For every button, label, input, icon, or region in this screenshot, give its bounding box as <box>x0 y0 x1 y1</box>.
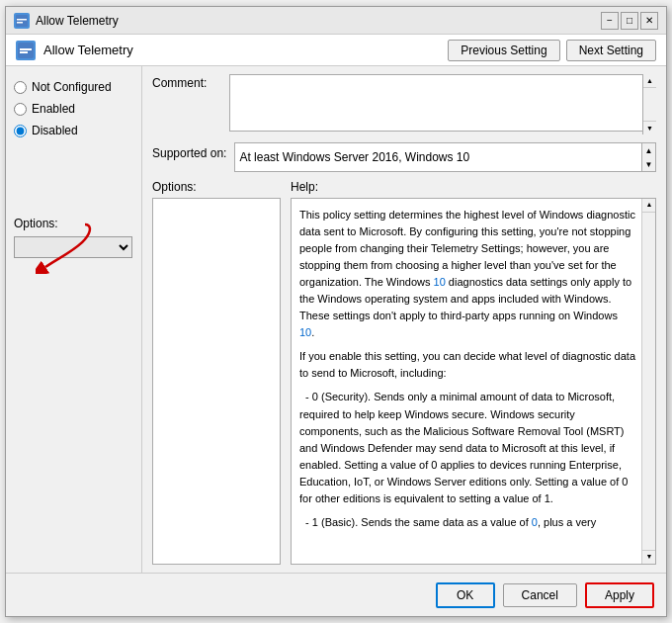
supported-on-text: At least Windows Server 2016, Windows 10 <box>239 150 469 164</box>
left-column: Not Configured Enabled Disabled <box>6 66 142 573</box>
options-box <box>152 198 281 565</box>
help-link-1: 10 <box>434 276 446 288</box>
disabled-radio[interactable] <box>14 125 27 137</box>
supported-on-value: At least Windows Server 2016, Windows 10… <box>234 142 656 172</box>
cancel-button[interactable]: Cancel <box>503 583 577 607</box>
title-bar: Allow Telemetry − □ ✕ <box>6 7 666 35</box>
not-configured-radio-label[interactable]: Not Configured <box>14 80 133 94</box>
comment-row: Comment: ▲ ▼ <box>152 74 656 134</box>
options-section: Options: <box>14 217 133 258</box>
comment-textarea[interactable] <box>229 74 656 132</box>
help-para-4: - 1 (Basic). Sends the same data as a va… <box>299 514 635 531</box>
enabled-radio[interactable] <box>14 103 27 116</box>
supported-scroll-up[interactable]: ▲ <box>642 143 655 157</box>
header-bar: Allow Telemetry Previous Setting Next Se… <box>6 35 666 66</box>
comment-scrollbar: ▲ ▼ <box>642 74 656 134</box>
help-scroll-up[interactable]: ▲ <box>642 199 656 213</box>
main-window: Allow Telemetry − □ ✕ Allow Telemetry Pr… <box>5 6 667 617</box>
help-para-2: If you enable this setting, you can deci… <box>299 348 635 382</box>
apply-button[interactable]: Apply <box>585 582 654 608</box>
comment-field-wrapper: ▲ ▼ <box>229 74 656 134</box>
help-scroll-down[interactable]: ▼ <box>642 550 656 564</box>
comment-label: Comment: <box>152 74 221 90</box>
prev-setting-button[interactable]: Previous Setting <box>448 40 559 61</box>
help-column: Help: This policy setting determines the… <box>291 180 656 565</box>
header-title: Allow Telemetry <box>43 43 133 57</box>
two-panels-row: Options: Help: This policy setting deter… <box>152 180 656 565</box>
main-content: Not Configured Enabled Disabled <box>6 66 666 573</box>
svg-rect-4 <box>20 48 32 50</box>
minimize-button[interactable]: − <box>601 12 619 30</box>
nav-buttons: Previous Setting Next Setting <box>448 40 656 61</box>
maximize-button[interactable]: □ <box>621 12 638 30</box>
title-bar-left: Allow Telemetry <box>14 13 119 29</box>
help-link-2: 10 <box>299 326 311 338</box>
window-icon <box>14 13 30 29</box>
ok-button[interactable]: OK <box>436 582 495 608</box>
footer: OK Cancel Apply <box>6 573 666 616</box>
svg-rect-5 <box>20 51 28 53</box>
options-dropdown-wrapper <box>14 236 132 258</box>
help-label: Help: <box>291 180 656 194</box>
help-link-3: 0 <box>532 516 538 528</box>
svg-rect-2 <box>17 22 23 24</box>
supported-on-label: Supported on: <box>152 142 226 160</box>
next-setting-button[interactable]: Next Setting <box>566 40 656 61</box>
not-configured-radio[interactable] <box>14 81 27 94</box>
window-title: Allow Telemetry <box>36 14 119 28</box>
supported-scrollbar: ▲ ▼ <box>641 143 655 171</box>
help-scrollbar: ▲ ▼ <box>641 199 655 564</box>
svg-rect-0 <box>16 15 28 27</box>
close-button[interactable]: ✕ <box>640 12 658 30</box>
right-column: Comment: ▲ ▼ Supported on: At least Wind… <box>142 66 666 573</box>
enabled-radio-label[interactable]: Enabled <box>14 102 133 116</box>
enabled-label: Enabled <box>32 102 75 116</box>
help-para-1: This policy setting determines the highe… <box>299 207 635 341</box>
options-panel-label: Options: <box>152 180 281 194</box>
options-label: Options: <box>14 217 133 230</box>
svg-rect-1 <box>17 19 27 21</box>
supported-scroll-down[interactable]: ▼ <box>642 157 655 171</box>
supported-on-link: 10 <box>457 150 469 164</box>
not-configured-label: Not Configured <box>32 80 112 94</box>
supported-row: Supported on: At least Windows Server 20… <box>152 142 656 172</box>
comment-scroll-down[interactable]: ▼ <box>643 121 656 134</box>
help-para-3: - 0 (Security). Sends only a minimal amo… <box>299 389 635 506</box>
header-icon <box>16 41 36 60</box>
title-buttons: − □ ✕ <box>601 12 658 30</box>
options-column: Options: <box>152 180 281 565</box>
options-dropdown[interactable] <box>14 236 132 258</box>
comment-scroll-up[interactable]: ▲ <box>643 74 656 88</box>
help-box: This policy setting determines the highe… <box>291 198 656 565</box>
disabled-radio-label[interactable]: Disabled <box>14 124 133 137</box>
disabled-label: Disabled <box>32 124 78 137</box>
